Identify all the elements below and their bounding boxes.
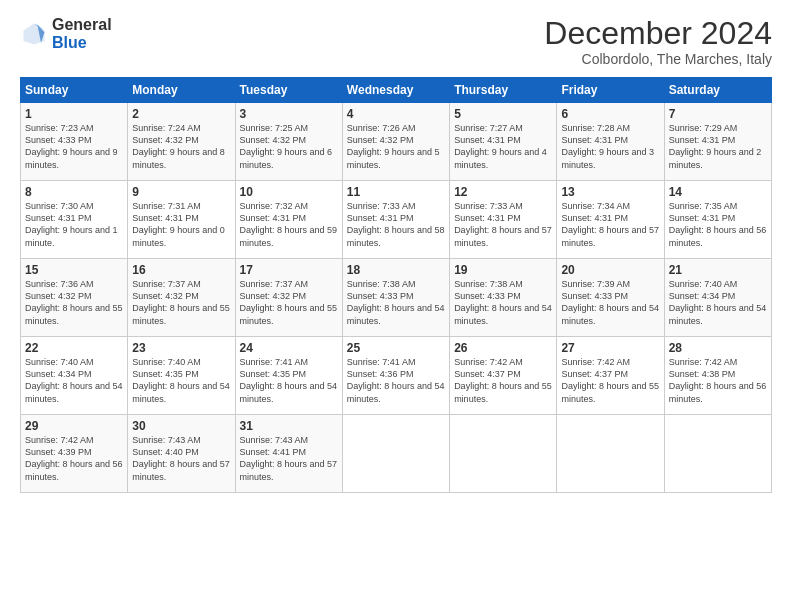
cell-content: Sunrise: 7:42 AMSunset: 4:38 PMDaylight:… (669, 356, 767, 405)
calendar-table: SundayMondayTuesdayWednesdayThursdayFrid… (20, 77, 772, 493)
calendar-cell: 3Sunrise: 7:25 AMSunset: 4:32 PMDaylight… (235, 103, 342, 181)
cell-content: Sunrise: 7:40 AMSunset: 4:34 PMDaylight:… (669, 278, 767, 327)
page: General Blue December 2024 Colbordolo, T… (0, 0, 792, 612)
cell-content: Sunrise: 7:27 AMSunset: 4:31 PMDaylight:… (454, 122, 552, 171)
day-number: 20 (561, 263, 659, 277)
cell-content: Sunrise: 7:42 AMSunset: 4:37 PMDaylight:… (561, 356, 659, 405)
day-number: 1 (25, 107, 123, 121)
calendar-cell: 5Sunrise: 7:27 AMSunset: 4:31 PMDaylight… (450, 103, 557, 181)
calendar-cell: 9Sunrise: 7:31 AMSunset: 4:31 PMDaylight… (128, 181, 235, 259)
calendar-cell: 13Sunrise: 7:34 AMSunset: 4:31 PMDayligh… (557, 181, 664, 259)
calendar-cell: 30Sunrise: 7:43 AMSunset: 4:40 PMDayligh… (128, 415, 235, 493)
cell-content: Sunrise: 7:35 AMSunset: 4:31 PMDaylight:… (669, 200, 767, 249)
day-number: 30 (132, 419, 230, 433)
cell-content: Sunrise: 7:24 AMSunset: 4:32 PMDaylight:… (132, 122, 230, 171)
calendar-week-2: 8Sunrise: 7:30 AMSunset: 4:31 PMDaylight… (21, 181, 772, 259)
cell-content: Sunrise: 7:28 AMSunset: 4:31 PMDaylight:… (561, 122, 659, 171)
cell-content: Sunrise: 7:41 AMSunset: 4:36 PMDaylight:… (347, 356, 445, 405)
calendar-cell: 12Sunrise: 7:33 AMSunset: 4:31 PMDayligh… (450, 181, 557, 259)
calendar-cell: 8Sunrise: 7:30 AMSunset: 4:31 PMDaylight… (21, 181, 128, 259)
calendar-week-4: 22Sunrise: 7:40 AMSunset: 4:34 PMDayligh… (21, 337, 772, 415)
calendar-cell: 2Sunrise: 7:24 AMSunset: 4:32 PMDaylight… (128, 103, 235, 181)
day-number: 19 (454, 263, 552, 277)
day-number: 10 (240, 185, 338, 199)
calendar-week-1: 1Sunrise: 7:23 AMSunset: 4:33 PMDaylight… (21, 103, 772, 181)
cell-content: Sunrise: 7:41 AMSunset: 4:35 PMDaylight:… (240, 356, 338, 405)
day-number: 16 (132, 263, 230, 277)
day-number: 23 (132, 341, 230, 355)
day-number: 15 (25, 263, 123, 277)
day-number: 6 (561, 107, 659, 121)
calendar-cell: 26Sunrise: 7:42 AMSunset: 4:37 PMDayligh… (450, 337, 557, 415)
calendar-cell: 20Sunrise: 7:39 AMSunset: 4:33 PMDayligh… (557, 259, 664, 337)
calendar-cell: 21Sunrise: 7:40 AMSunset: 4:34 PMDayligh… (664, 259, 771, 337)
logo-general: General (52, 16, 112, 34)
day-number: 14 (669, 185, 767, 199)
calendar-week-3: 15Sunrise: 7:36 AMSunset: 4:32 PMDayligh… (21, 259, 772, 337)
cell-content: Sunrise: 7:33 AMSunset: 4:31 PMDaylight:… (454, 200, 552, 249)
cell-content: Sunrise: 7:38 AMSunset: 4:33 PMDaylight:… (347, 278, 445, 327)
cell-content: Sunrise: 7:39 AMSunset: 4:33 PMDaylight:… (561, 278, 659, 327)
day-number: 22 (25, 341, 123, 355)
day-number: 4 (347, 107, 445, 121)
calendar-cell (450, 415, 557, 493)
cell-content: Sunrise: 7:43 AMSunset: 4:41 PMDaylight:… (240, 434, 338, 483)
calendar-cell: 19Sunrise: 7:38 AMSunset: 4:33 PMDayligh… (450, 259, 557, 337)
calendar-cell: 24Sunrise: 7:41 AMSunset: 4:35 PMDayligh… (235, 337, 342, 415)
day-number: 27 (561, 341, 659, 355)
calendar-week-5: 29Sunrise: 7:42 AMSunset: 4:39 PMDayligh… (21, 415, 772, 493)
day-number: 18 (347, 263, 445, 277)
day-number: 7 (669, 107, 767, 121)
cell-content: Sunrise: 7:42 AMSunset: 4:39 PMDaylight:… (25, 434, 123, 483)
logo-icon (20, 20, 48, 48)
calendar-cell: 1Sunrise: 7:23 AMSunset: 4:33 PMDaylight… (21, 103, 128, 181)
cell-content: Sunrise: 7:31 AMSunset: 4:31 PMDaylight:… (132, 200, 230, 249)
day-number: 28 (669, 341, 767, 355)
calendar-cell: 15Sunrise: 7:36 AMSunset: 4:32 PMDayligh… (21, 259, 128, 337)
day-number: 21 (669, 263, 767, 277)
calendar-cell: 4Sunrise: 7:26 AMSunset: 4:32 PMDaylight… (342, 103, 449, 181)
day-number: 29 (25, 419, 123, 433)
cell-content: Sunrise: 7:43 AMSunset: 4:40 PMDaylight:… (132, 434, 230, 483)
day-number: 31 (240, 419, 338, 433)
weekday-monday: Monday (128, 78, 235, 103)
calendar-cell: 6Sunrise: 7:28 AMSunset: 4:31 PMDaylight… (557, 103, 664, 181)
cell-content: Sunrise: 7:40 AMSunset: 4:34 PMDaylight:… (25, 356, 123, 405)
cell-content: Sunrise: 7:26 AMSunset: 4:32 PMDaylight:… (347, 122, 445, 171)
calendar-header: SundayMondayTuesdayWednesdayThursdayFrid… (21, 78, 772, 103)
cell-content: Sunrise: 7:40 AMSunset: 4:35 PMDaylight:… (132, 356, 230, 405)
calendar-cell: 11Sunrise: 7:33 AMSunset: 4:31 PMDayligh… (342, 181, 449, 259)
cell-content: Sunrise: 7:42 AMSunset: 4:37 PMDaylight:… (454, 356, 552, 405)
calendar-cell: 23Sunrise: 7:40 AMSunset: 4:35 PMDayligh… (128, 337, 235, 415)
calendar-cell: 7Sunrise: 7:29 AMSunset: 4:31 PMDaylight… (664, 103, 771, 181)
location: Colbordolo, The Marches, Italy (544, 51, 772, 67)
cell-content: Sunrise: 7:37 AMSunset: 4:32 PMDaylight:… (132, 278, 230, 327)
cell-content: Sunrise: 7:36 AMSunset: 4:32 PMDaylight:… (25, 278, 123, 327)
calendar-cell: 17Sunrise: 7:37 AMSunset: 4:32 PMDayligh… (235, 259, 342, 337)
day-number: 5 (454, 107, 552, 121)
calendar-cell: 27Sunrise: 7:42 AMSunset: 4:37 PMDayligh… (557, 337, 664, 415)
cell-content: Sunrise: 7:37 AMSunset: 4:32 PMDaylight:… (240, 278, 338, 327)
cell-content: Sunrise: 7:33 AMSunset: 4:31 PMDaylight:… (347, 200, 445, 249)
calendar-cell: 28Sunrise: 7:42 AMSunset: 4:38 PMDayligh… (664, 337, 771, 415)
day-number: 11 (347, 185, 445, 199)
weekday-saturday: Saturday (664, 78, 771, 103)
day-number: 12 (454, 185, 552, 199)
calendar-cell (664, 415, 771, 493)
day-number: 13 (561, 185, 659, 199)
logo: General Blue (20, 16, 112, 51)
cell-content: Sunrise: 7:29 AMSunset: 4:31 PMDaylight:… (669, 122, 767, 171)
weekday-tuesday: Tuesday (235, 78, 342, 103)
calendar-cell: 31Sunrise: 7:43 AMSunset: 4:41 PMDayligh… (235, 415, 342, 493)
weekday-wednesday: Wednesday (342, 78, 449, 103)
weekday-friday: Friday (557, 78, 664, 103)
day-number: 25 (347, 341, 445, 355)
header: General Blue December 2024 Colbordolo, T… (20, 16, 772, 67)
day-number: 2 (132, 107, 230, 121)
logo-blue: Blue (52, 34, 112, 52)
calendar-cell: 14Sunrise: 7:35 AMSunset: 4:31 PMDayligh… (664, 181, 771, 259)
cell-content: Sunrise: 7:25 AMSunset: 4:32 PMDaylight:… (240, 122, 338, 171)
day-number: 3 (240, 107, 338, 121)
day-number: 9 (132, 185, 230, 199)
calendar-cell: 16Sunrise: 7:37 AMSunset: 4:32 PMDayligh… (128, 259, 235, 337)
